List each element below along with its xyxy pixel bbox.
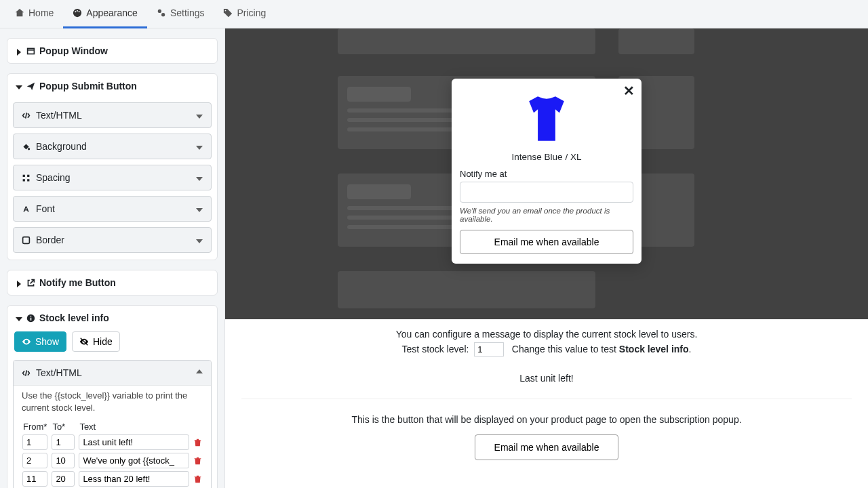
- nav-appearance-label: Appearance: [86, 7, 138, 18]
- product-name: Intense Blue / XL: [460, 152, 633, 162]
- nav-settings-label: Settings: [170, 7, 205, 18]
- rule-row: [20, 433, 204, 451]
- svg-point-5: [161, 13, 165, 16]
- hide-button-label: Hide: [93, 336, 113, 347]
- popup-submit-button[interactable]: Email me when available: [460, 230, 633, 254]
- chevron-up-icon: [196, 367, 203, 378]
- rules-col-to: To*: [50, 420, 77, 433]
- palette-icon: [73, 8, 82, 18]
- code-icon: [22, 369, 31, 378]
- nav-pricing[interactable]: Pricing: [214, 0, 275, 28]
- nav-settings[interactable]: Settings: [147, 0, 214, 28]
- svg-point-4: [158, 9, 161, 13]
- fill-icon: [22, 142, 31, 151]
- show-button[interactable]: Show: [14, 331, 66, 352]
- accordion-border-label: Border: [36, 235, 64, 245]
- preview-area: ✕ Intense Blue / XL Notify me at We'll s…: [225, 28, 868, 488]
- nav-home-label: Home: [28, 7, 54, 18]
- rule-row: [20, 451, 204, 470]
- svg-point-0: [73, 9, 81, 17]
- test-stock-label: Test stock level:: [402, 344, 469, 354]
- svg-point-6: [225, 10, 226, 12]
- send-icon: [26, 82, 35, 91]
- svg-point-13: [31, 315, 32, 317]
- eye-icon: [22, 337, 31, 346]
- stock-config-msg: You can configure a message to display t…: [241, 329, 852, 340]
- rule-text-input[interactable]: [79, 434, 189, 450]
- rule-to-input[interactable]: [52, 471, 75, 487]
- border-icon: [22, 236, 31, 245]
- panel-popup-submit-header[interactable]: Popup Submit Button: [7, 74, 217, 98]
- notify-label: Notify me at: [460, 169, 633, 179]
- panel-popup-window-title: Popup Window: [39, 45, 108, 56]
- svg-point-1: [75, 11, 77, 12]
- panel-stock-info-header[interactable]: Stock level info: [7, 306, 217, 330]
- code-icon: [22, 111, 31, 120]
- gear-icon: [157, 8, 166, 18]
- accordion-spacing-label: Spacing: [36, 172, 71, 183]
- panel-notify-button: Notify me Button: [7, 270, 218, 296]
- hide-button[interactable]: Hide: [72, 331, 120, 352]
- rule-delete-button[interactable]: [191, 470, 204, 488]
- accordion-font[interactable]: Font: [13, 196, 212, 222]
- rules-col-from: From*: [20, 420, 50, 433]
- rule-delete-button[interactable]: [191, 433, 204, 451]
- stock-live-msg: Last unit left!: [241, 373, 852, 384]
- spacing-icon: [22, 174, 31, 182]
- svg-point-9: [28, 148, 30, 150]
- accordion-border[interactable]: Border: [13, 227, 212, 253]
- change-pre: Change this value to test: [512, 344, 619, 354]
- stock-text-accordion[interactable]: Text/HTML: [14, 361, 211, 386]
- svg-rect-10: [23, 237, 30, 243]
- top-nav: Home Appearance Settings Pricing: [0, 0, 868, 28]
- rule-delete-button[interactable]: [191, 451, 204, 470]
- panel-stock-info: Stock level info Show Hide Text/HTML Use…: [7, 305, 218, 488]
- preview-stage: ✕ Intense Blue / XL Notify me at We'll s…: [225, 28, 868, 319]
- rule-text-input[interactable]: [79, 453, 189, 468]
- svg-point-3: [79, 11, 80, 12]
- chevron-down-icon: [196, 203, 203, 214]
- panel-popup-window-header[interactable]: Popup Window: [7, 39, 217, 63]
- popup-close-button[interactable]: ✕: [623, 83, 635, 99]
- notify-me-button[interactable]: Email me when available: [475, 434, 619, 460]
- rules-table: From* To* Text: [20, 420, 204, 488]
- panel-popup-window: Popup Window: [7, 38, 218, 64]
- popup-fineprint: We'll send you an email once the product…: [460, 207, 633, 223]
- rule-to-input[interactable]: [52, 434, 75, 450]
- chevron-down-icon: [16, 312, 22, 323]
- rule-from-input[interactable]: [22, 471, 47, 487]
- eye-off-icon: [79, 337, 89, 346]
- stock-text-accordion-label: Text/HTML: [36, 367, 82, 378]
- rule-text-input[interactable]: [79, 471, 189, 487]
- nav-home[interactable]: Home: [5, 0, 63, 28]
- chevron-down-icon: [196, 235, 203, 245]
- chevron-down-icon: [16, 81, 22, 92]
- below-preview: You can configure a message to display t…: [225, 319, 868, 470]
- accordion-text[interactable]: Text/HTML: [13, 102, 212, 128]
- notify-email-input[interactable]: [460, 182, 633, 203]
- rule-from-input[interactable]: [22, 434, 47, 450]
- svg-rect-7: [28, 48, 35, 54]
- sidebar: Popup Window Popup Submit Button Text/HT…: [0, 28, 225, 488]
- show-button-label: Show: [35, 336, 59, 347]
- tag-icon: [223, 8, 233, 18]
- accordion-background[interactable]: Background: [13, 134, 212, 159]
- preview-popup: ✕ Intense Blue / XL Notify me at We'll s…: [452, 79, 642, 264]
- panel-notify-button-header[interactable]: Notify me Button: [7, 270, 217, 295]
- rule-row: [20, 470, 204, 488]
- nav-pricing-label: Pricing: [237, 7, 266, 18]
- rule-to-input[interactable]: [52, 453, 75, 468]
- svg-point-2: [77, 10, 78, 12]
- change-bold: Stock level info: [619, 344, 689, 354]
- test-stock-input[interactable]: [474, 342, 504, 357]
- panel-popup-submit: Popup Submit Button Text/HTML Background…: [7, 73, 218, 260]
- accordion-spacing[interactable]: Spacing: [13, 165, 212, 190]
- home-icon: [15, 8, 24, 18]
- rule-from-input[interactable]: [22, 453, 47, 468]
- font-icon: [22, 205, 31, 214]
- svg-rect-12: [31, 317, 32, 320]
- chevron-down-icon: [196, 141, 203, 152]
- nav-appearance[interactable]: Appearance: [63, 0, 147, 28]
- accordion-text-label: Text/HTML: [36, 110, 82, 121]
- panel-stock-info-title: Stock level info: [39, 312, 109, 323]
